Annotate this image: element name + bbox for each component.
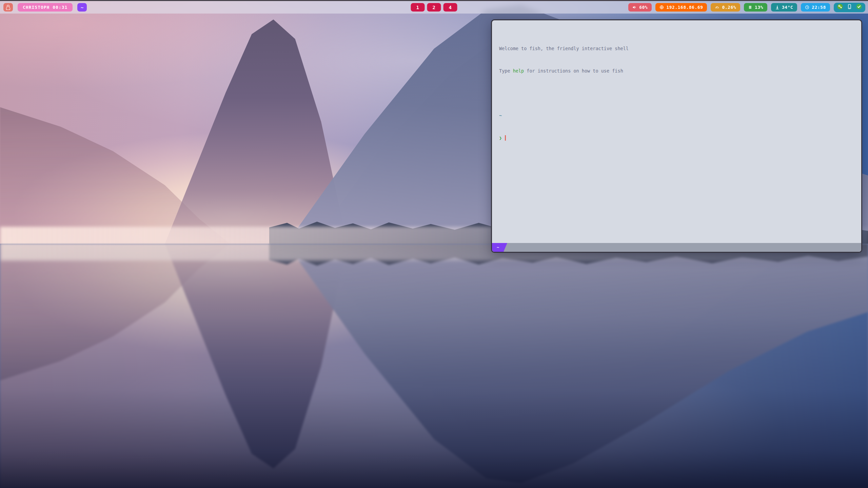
user-clock-badge[interactable]: CHRISTOPH 00:31 — [18, 3, 73, 12]
wallpaper-lake-reflection — [0, 244, 868, 488]
scratchpad-badge[interactable]: ~ — [77, 3, 87, 12]
memory-module[interactable]: 13% — [744, 3, 767, 12]
prompt-chevron: ❯ — [499, 135, 502, 141]
fish-greeting-line1: Welcome to fish, the friendly interactiv… — [499, 45, 854, 52]
terminal-window: Welcome to fish, the friendly interactiv… — [491, 19, 862, 253]
launcher-button[interactable] — [3, 3, 13, 12]
cpu-value: 0.26% — [722, 5, 736, 10]
fish-greeting-line2: Type help for instructions on how to use… — [499, 67, 854, 75]
system-tray — [834, 3, 865, 12]
volume-module[interactable]: 60% — [628, 3, 652, 12]
check-icon[interactable] — [856, 3, 862, 11]
phone-icon[interactable] — [847, 3, 852, 11]
gauge-icon — [715, 5, 719, 9]
status-bar-left: CHRISTOPH 00:31 ~ — [3, 3, 87, 12]
clock-module[interactable]: 22:58 — [801, 3, 830, 12]
key-icon[interactable] — [837, 3, 843, 11]
temperature-value: 34°C — [782, 5, 793, 10]
blank-line — [499, 89, 854, 97]
tux-penguin-icon — [5, 4, 11, 11]
globe-icon — [659, 5, 664, 9]
terminal-tab-label: ~ — [497, 245, 499, 250]
speaker-icon — [632, 5, 637, 9]
memory-value: 13% — [755, 5, 763, 10]
workspace-button-4[interactable]: 4 — [443, 3, 457, 12]
workspace-button-2[interactable]: 2 — [427, 3, 441, 12]
cpu-module[interactable]: 0.26% — [711, 3, 740, 12]
workspace-button-1[interactable]: 1 — [411, 3, 425, 12]
clock-icon — [805, 5, 809, 9]
temperature-module[interactable]: 34°C — [771, 3, 797, 12]
status-bar: CHRISTOPH 00:31 ~ 1 2 4 60% — [0, 0, 868, 14]
terminal-cursor — [505, 135, 506, 141]
terminal-output[interactable]: Welcome to fish, the friendly interactiv… — [492, 20, 861, 243]
help-keyword: help — [513, 68, 524, 74]
volume-value: 60% — [639, 5, 648, 10]
prompt-line: ❯ — [499, 134, 854, 142]
thermometer-icon — [775, 5, 780, 10]
network-ip-value: 192.168.86.69 — [666, 5, 703, 10]
status-bar-right: 60% 192.168.86.69 0.26% — [628, 3, 865, 12]
prompt-path: ~ — [499, 112, 854, 119]
network-module[interactable]: 192.168.86.69 — [655, 3, 707, 12]
user-clock-label: CHRISTOPH 00:31 — [23, 5, 67, 10]
scratchpad-label: ~ — [81, 5, 84, 10]
workspace-switcher: 1 2 4 — [411, 3, 457, 12]
clock-value: 22:58 — [812, 5, 826, 10]
memory-icon — [748, 5, 752, 9]
terminal-tab-home[interactable]: ~ — [492, 243, 507, 252]
terminal-tab-bar: ~ — [492, 243, 861, 252]
